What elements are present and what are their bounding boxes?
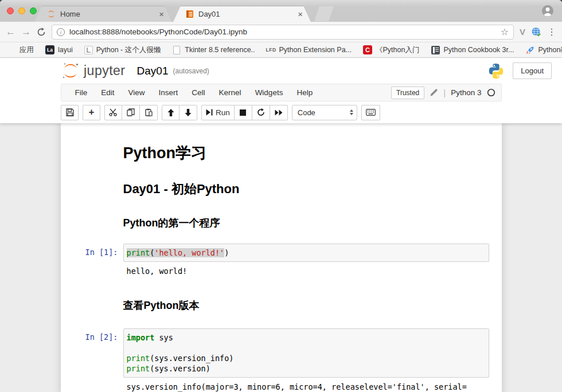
bookmarks-bar: 应用 La layui L Python - 这个人很懒 Tkinter 8.5… [0,42,562,58]
move-cell-down-button[interactable] [179,105,197,120]
cell-type-select[interactable]: Code [292,105,357,120]
bookmark-label: Python Extension Pa... [279,46,352,54]
bookmark-label: Python Cookbook 3r... [443,46,514,54]
globe-extension-icon[interactable] [531,27,541,37]
apps-grid-icon [7,45,16,54]
tab-home[interactable]: Home × [34,6,172,22]
move-cell-up-button[interactable] [162,105,179,120]
notebook-page: Python学习 Day01 - 初始Python Python的第一个程序 I… [61,123,502,392]
menu-kernel[interactable]: Kernel [212,88,248,97]
profile-avatar-icon[interactable] [541,5,554,17]
notebook-scroll-area[interactable]: Python学习 Day01 - 初始Python Python的第一个程序 I… [0,123,562,392]
bookmark-layui[interactable]: La layui [45,45,73,54]
code-text: (sys.version) [150,364,210,373]
menu-file[interactable]: File [68,88,95,97]
url-field[interactable]: i localhost:8888/notebooks/PythonCode/Da… [52,25,514,40]
book-grid-icon [431,45,440,54]
save-button[interactable] [61,105,79,120]
kernel-idle-icon [487,88,495,97]
bookmark-star-icon[interactable]: ☆ [501,26,509,37]
cut-cell-button[interactable] [104,105,122,120]
bookmark-tkinter[interactable]: Tkinter 8.5 reference.. [172,45,255,54]
code-input-1[interactable]: print('hello, world!') [123,244,489,262]
output-area-1: hello, world! [61,266,502,277]
notebook-title[interactable]: Day01 [137,65,169,77]
page-icon [172,45,181,54]
bookmark-label: 应用 [19,45,34,55]
code-keyword: print [127,354,150,363]
checkpoint-status: (autosaved) [173,67,209,75]
tab-bar: Home × Day01 × [0,0,562,22]
bookmark-label: Python - 这个人很懒 [96,45,161,55]
jupyter-header: jupyter Day01 (autosaved) Logout File [0,58,562,123]
add-cell-button[interactable]: + [83,105,100,120]
forward-icon[interactable]: → [21,27,31,37]
menu-help[interactable]: Help [290,88,319,97]
macos-traffic-lights [7,7,37,14]
trusted-button[interactable]: Trusted [391,87,424,99]
output-text-2: sys.version_info(major=3, minor=6, micro… [123,382,489,392]
bookmark-python-blog[interactable]: L Python - 这个人很懒 [84,45,161,55]
notebook-menubar: File Edit View Insert Cell Kernel Widget… [61,84,502,101]
v-extension-icon[interactable]: V [520,27,525,37]
input-prompt: In [2]: [61,328,123,378]
code-cell-2: In [2]: import sys print(sys.version_inf… [61,328,502,378]
browser-window: Home × Day01 × ← → i localhost:8888/note… [0,0,562,392]
close-window-button[interactable] [7,7,14,14]
restart-run-all-button[interactable] [270,105,288,120]
bookmark-apps[interactable]: 应用 [7,45,34,55]
run-label: Run [216,108,230,117]
reload-icon[interactable] [37,28,46,37]
menu-insert[interactable]: Insert [152,88,185,97]
code-text: sys [154,333,173,342]
bookmark-python-tutorial[interactable]: Python教程 [525,45,562,55]
menu-view[interactable]: View [122,88,152,97]
notebook-toolbar: + [0,101,562,123]
code-input-2[interactable]: import sys print(sys.version_info) print… [123,328,489,378]
tab-close-icon[interactable]: × [287,9,303,19]
markdown-heading-2[interactable]: Day01 - 初始Python [61,181,502,198]
code-keyword: print [127,248,150,257]
code-keyword: print [127,364,150,373]
minimize-window-button[interactable] [18,7,25,14]
restart-kernel-button[interactable] [252,105,270,120]
menu-cell[interactable]: Cell [185,88,212,97]
bookmark-label: Tkinter 8.5 reference.. [185,46,255,54]
markdown-heading-1[interactable]: Python学习 [61,143,502,163]
run-cell-button[interactable]: Run [201,105,235,120]
tab-title: Home [60,10,80,18]
rocket-icon [525,45,534,54]
notebook-book-icon [186,10,194,18]
url-text[interactable]: localhost:8888/notebooks/PythonCode/Day0… [69,28,496,36]
menu-edit[interactable]: Edit [94,88,121,97]
page-info-icon[interactable]: i [57,28,65,36]
logout-button[interactable]: Logout [513,62,552,79]
bookmark-label: 《Python入门 [376,45,419,55]
bookmark-python-extension[interactable]: LFD Python Extension Pa... [267,45,352,54]
code-punct: ) [224,248,229,257]
address-bar-row: ← → i localhost:8888/notebooks/PythonCod… [0,22,562,42]
code-string: 'hello, world!' [154,248,224,257]
markdown-heading-3[interactable]: Python的第一个程序 [61,216,502,230]
paste-cell-button[interactable] [140,105,158,120]
pencil-icon[interactable] [430,88,438,97]
red-c-icon: C [363,45,372,54]
markdown-heading-4[interactable]: 查看Python版本 [61,299,502,312]
command-palette-button[interactable] [361,105,380,120]
copy-cell-button[interactable] [122,105,140,120]
code-text: (sys.version_info) [150,354,233,363]
layui-icon: La [45,45,54,54]
bookmark-label: Python教程 [538,45,562,55]
divider: | [443,88,446,97]
tab-day01[interactable]: Day01 × [173,6,311,22]
back-icon[interactable]: ← [6,27,15,37]
bookmark-python-intro[interactable]: C 《Python入门 [363,45,419,55]
jupyter-logo[interactable]: jupyter [61,61,126,81]
code-keyword: import [127,333,155,342]
interrupt-kernel-button[interactable] [235,105,252,120]
new-tab-button[interactable] [314,6,334,21]
tab-close-icon[interactable]: × [149,9,164,19]
chrome-menu-icon[interactable]: ⋮ [547,26,556,37]
menu-widgets[interactable]: Widgets [248,88,290,97]
bookmark-cookbook[interactable]: Python Cookbook 3r... [431,45,514,54]
